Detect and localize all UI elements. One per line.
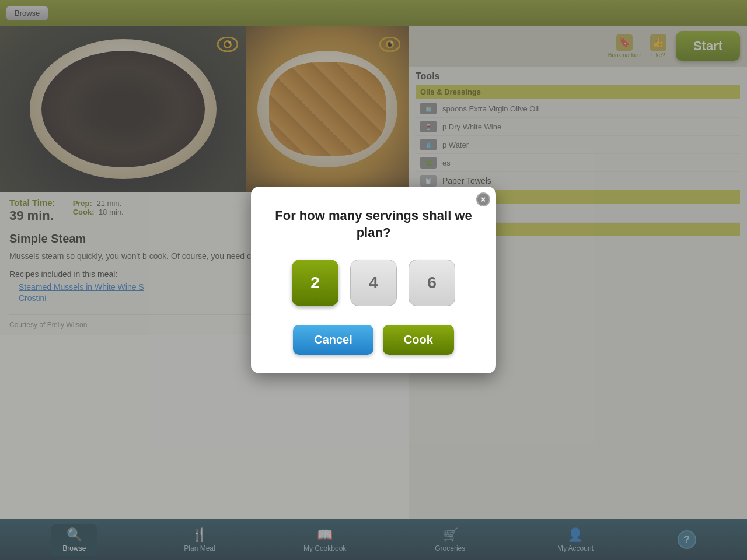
serving-options: 2 4 6 (270, 260, 477, 306)
serving-4-button[interactable]: 4 (350, 260, 397, 306)
cancel-button[interactable]: Cancel (293, 325, 374, 355)
serving-2-button[interactable]: 2 (292, 260, 338, 306)
cook-button[interactable]: Cook (383, 325, 454, 355)
modal-close-button[interactable]: × (476, 192, 490, 206)
modal-title: For how many servings shall we plan? (270, 208, 477, 241)
serving-modal: × For how many servings shall we plan? 2… (251, 187, 496, 373)
serving-6-button[interactable]: 6 (409, 260, 455, 306)
modal-actions: Cancel Cook (270, 325, 477, 355)
